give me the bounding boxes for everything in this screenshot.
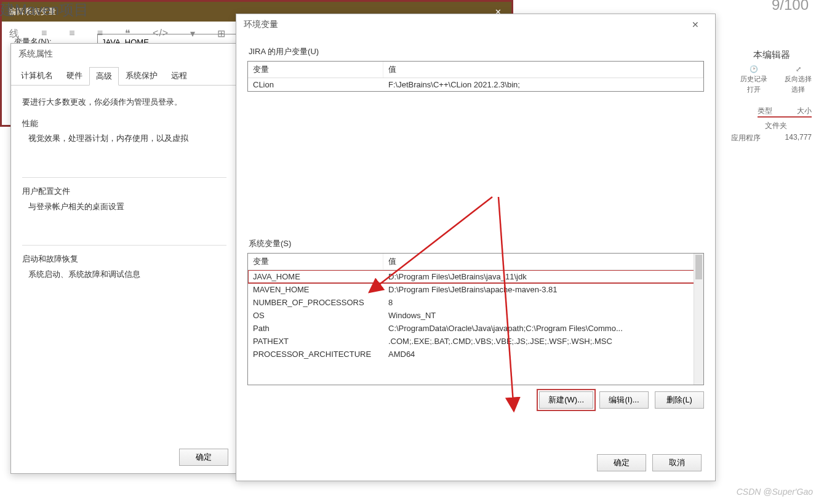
table-row[interactable]: PathC:\ProgramData\Oracle\Java\javapath;… [248,322,703,335]
tab-computer-name[interactable]: 计算机名 [14,66,60,85]
table-row[interactable]: PATHEXT.COM;.EXE;.BAT;.CMD;.VBS;.VBE;.JS… [248,335,703,348]
col-size[interactable]: 大小 [797,106,812,116]
table-row[interactable]: MAVEN_HOMED:\Program Files\JetBrains\apa… [248,283,703,296]
user-profile-desc: 与登录帐户相关的桌面设置 [22,199,226,215]
editor-mode-label: 本编辑器 [753,49,790,61]
tab-bar: 计算机名 硬件 高级 系统保护 远程 [11,65,238,86]
user-vars-label: JIRA 的用户变量(U) [249,46,704,57]
delete-button[interactable]: 删除(L) [655,391,704,409]
ok-button[interactable]: 确定 [179,449,228,466]
history-icon[interactable]: 🕑 [750,65,758,73]
system-vars-list[interactable]: 变量 值 JAVA_HOMED:\Program Files\JetBrains… [247,253,704,385]
col-variable[interactable]: 变量 [248,62,383,78]
system-properties-window: 系统属性 计算机名 硬件 高级 系统保护 远程 要进行大多数更改，你必须作为管理… [10,43,238,474]
scrollbar-thumb[interactable] [695,255,702,279]
watermark: CSDN @Super'Gao [737,487,813,497]
explorer-toolbar: 🕑历史记录打开 ⤢反向选择选择 [740,65,812,94]
startup-desc: 系统启动、系统故障和调试信息 [22,267,226,282]
startup-title: 启动和故障恢复 [22,252,226,267]
scrollbar[interactable] [694,254,703,385]
invert-icon[interactable]: ⤢ [796,65,801,73]
cancel-button[interactable]: 取消 [652,454,702,471]
table-row[interactable]: PROCESSOR_ARCHITECTUREAMD64 [248,348,703,361]
col-value[interactable]: 值 [383,254,703,270]
explorer-row[interactable]: 应用程序143,777 [731,133,812,143]
toolbar-icon[interactable]: 线 [9,28,20,41]
col-value[interactable]: 值 [383,62,703,78]
col-variable[interactable]: 变量 [248,254,383,270]
close-icon[interactable]: ✕ [683,20,708,30]
toolbar-icon[interactable]: ❝ [125,28,131,41]
tab-hardware[interactable]: 硬件 [60,66,89,85]
admin-note: 要进行大多数更改，你必须作为管理员登录。 [22,95,226,110]
tab-remote[interactable]: 远程 [164,66,194,85]
toolbar-icon[interactable]: ≡ [69,28,75,41]
toolbar-icon[interactable]: ▾ [190,28,196,41]
window-title: 环境变量 ✕ [236,14,715,35]
user-vars-list[interactable]: 变量 值 CLion F:\JetBrains\C++\CLion 2021.2… [247,61,704,92]
table-row[interactable]: OSWindows_NT [248,309,703,322]
table-row[interactable]: JAVA_HOMED:\Program Files\JetBrains\java… [248,270,703,283]
system-vars-label: 系统变量(S) [249,238,704,249]
environment-variables-window: 环境变量 ✕ JIRA 的用户变量(U) 变量 值 CLion F:\JetBr… [236,14,716,481]
table-row[interactable]: CLion F:\JetBrains\C++\CLion 2021.2.3\bi… [248,78,703,91]
explorer-headers: 类型 大小 [758,106,812,118]
toolbar-icon[interactable]: ⊞ [217,28,226,41]
toolbar-icon[interactable]: ≡ [41,28,47,41]
tab-advanced[interactable]: 高级 [89,67,119,86]
counter-label: 9/100 [772,0,809,14]
toolbar-icon[interactable]: </> [153,28,169,41]
table-row[interactable]: NUMBER_OF_PROCESSORS8 [248,296,703,309]
ok-button[interactable]: 确定 [597,454,646,471]
performance-title: 性能 [22,116,226,132]
explorer-row[interactable]: 文件夹 [765,121,812,131]
editor-toolbar: 线 ≡ ≡ ≡ ❝ </> ▾ ⊞ [9,28,226,41]
new-button[interactable]: 新建(W)... [539,391,593,409]
performance-desc: 视觉效果，处理器计划，内存使用，以及虚拟 [22,131,226,146]
tab-system-protection[interactable]: 系统保护 [119,66,164,85]
user-profile-title: 用户配置文件 [22,184,226,199]
edit-button[interactable]: 编辑(I)... [599,391,649,409]
window-title: 系统属性 [11,44,238,65]
col-type[interactable]: 类型 [758,106,772,116]
toolbar-icon[interactable]: ≡ [97,28,103,41]
page-title: 建Maven项目 [0,0,89,20]
